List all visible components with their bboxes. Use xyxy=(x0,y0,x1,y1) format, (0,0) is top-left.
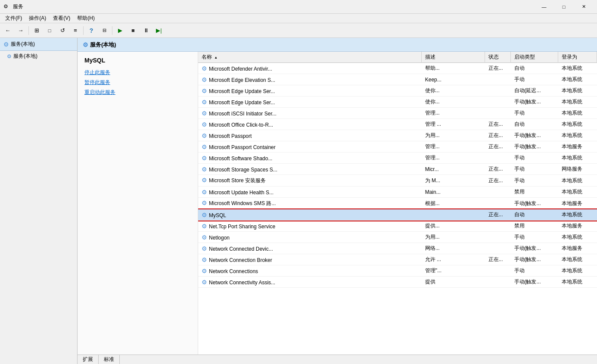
table-row[interactable]: ⚙Microsoft iSCSI Initiator Ser...管理...手动… xyxy=(198,108,597,119)
service-desc-cell: 使你... xyxy=(422,96,485,108)
service-status-cell xyxy=(485,74,511,85)
back-button[interactable]: ← xyxy=(2,25,14,36)
forward-button[interactable]: → xyxy=(15,25,27,36)
service-desc-cell: 为 M... xyxy=(422,175,485,187)
service-status-cell xyxy=(485,152,511,164)
table-row[interactable]: ⚙Microsoft Passport为用...正在...手动(触发...本地系… xyxy=(198,130,597,141)
resume-service-button[interactable]: ▶| xyxy=(153,25,165,36)
close-button[interactable]: ✕ xyxy=(574,0,594,14)
table-row[interactable]: ⚙Microsoft Update Health S...Main...禁用本地… xyxy=(198,187,597,198)
table-row[interactable]: ⚙Netlogon为用...手动本地系统 xyxy=(198,232,597,243)
pause-service-button[interactable]: ⏸ xyxy=(140,25,152,36)
table-row[interactable]: ⚙Network Connection Broker允许 ...正在...手动(… xyxy=(198,254,597,265)
service-login-cell: 本地服务 xyxy=(558,141,597,152)
col-start[interactable]: 启动类型 xyxy=(511,52,558,63)
console-root-button[interactable]: □ xyxy=(44,25,56,36)
table-row[interactable]: ⚙Net.Tcp Port Sharing Service提供...禁用本地服务 xyxy=(198,221,597,232)
tab-standard[interactable]: 标准 xyxy=(99,355,120,364)
service-login-cell: 本地系统 xyxy=(558,63,597,74)
table-row[interactable]: ⚙Microsoft Defender Antivir...帮助...正在...… xyxy=(198,63,597,74)
sidebar-node[interactable]: ⚙ 服务(本地) xyxy=(0,51,77,62)
content-header: ⚙ 服务(本地) xyxy=(78,38,597,52)
service-status-cell xyxy=(485,265,511,277)
restart-service-link[interactable]: 重启动此服务 xyxy=(84,89,191,96)
table-row[interactable]: ⚙Microsoft Passport Container管理...正在...手… xyxy=(198,141,597,152)
table-header-row: 名称 ▲ 描述 状态 启动类型 登录为 xyxy=(198,52,597,63)
service-name-cell: ⚙Microsoft iSCSI Initiator Ser... xyxy=(198,108,422,119)
service-status-cell xyxy=(485,108,511,119)
table-row[interactable]: ⚙Microsoft Edge Elevation S...Keep...手动本… xyxy=(198,74,597,85)
toolbar: ← → ⊞ □ ↺ ≡ ? ⊟ ▶ ■ ⏸ ▶| xyxy=(0,23,597,38)
service-name-cell: ⚙Netlogon xyxy=(198,232,422,243)
service-login-cell: 本地系统 xyxy=(558,85,597,96)
table-row[interactable]: ⚙Network Connections管理"...手动本地系统 xyxy=(198,265,597,277)
service-status-cell xyxy=(485,232,511,243)
service-desc-cell xyxy=(422,209,485,221)
table-row[interactable]: ⚙MySQL正在...自动本地系统 xyxy=(198,209,597,221)
service-desc-cell: 为用... xyxy=(422,232,485,243)
table-row[interactable]: ⚙Microsoft Software Shado...管理...手动本地系统 xyxy=(198,152,597,164)
stop-service-button[interactable]: ■ xyxy=(127,25,139,36)
table-row[interactable]: ⚙Microsoft Storage Spaces S...Micr...正在.… xyxy=(198,164,597,175)
service-start-cell: 手动 xyxy=(511,232,558,243)
app-icon: ⚙ xyxy=(3,3,10,10)
service-start-cell: 手动 xyxy=(511,265,558,277)
content-header-icon: ⚙ xyxy=(83,41,88,48)
service-table: 名称 ▲ 描述 状态 启动类型 登录为 ⚙Microsoft Defender … xyxy=(198,52,597,288)
service-desc-cell: 提供 xyxy=(422,277,485,288)
pause-service-link[interactable]: 暂停此服务 xyxy=(84,79,191,86)
show-scope-button[interactable]: ⊞ xyxy=(31,25,43,36)
menu-view[interactable]: 查看(V) xyxy=(50,14,74,23)
service-login-cell: 本地系统 xyxy=(558,209,597,221)
table-row[interactable]: ⚙Microsoft Edge Update Ser...使你...自动(延迟.… xyxy=(198,85,597,96)
service-name-cell: ⚙Microsoft Storage Spaces S... xyxy=(198,164,422,175)
minimize-button[interactable]: — xyxy=(534,0,554,14)
table-row[interactable]: ⚙Microsoft Edge Update Ser...使你...手动(触发.… xyxy=(198,96,597,108)
service-status-cell: 正在... xyxy=(485,63,511,74)
service-status-cell xyxy=(485,198,511,209)
service-status-cell xyxy=(485,243,511,254)
prop-button[interactable]: ⊟ xyxy=(98,25,110,36)
toolbar-sep-3 xyxy=(112,26,112,35)
service-login-cell: 本地系统 xyxy=(558,277,597,288)
service-desc-cell: 管理 ... xyxy=(422,119,485,130)
col-name[interactable]: 名称 ▲ xyxy=(198,52,422,63)
service-start-cell: 手动 xyxy=(511,175,558,187)
table-row[interactable]: ⚙Microsoft Windows SMS 路...根据...手动(触发...… xyxy=(198,198,597,209)
toolbar-sep-2 xyxy=(83,26,84,35)
stop-service-link[interactable]: 停止此服务 xyxy=(84,69,191,76)
service-status-cell: 正在... xyxy=(485,175,511,187)
tab-expand[interactable]: 扩展 xyxy=(78,355,99,364)
service-desc-cell: 根据... xyxy=(422,198,485,209)
menu-action[interactable]: 操作(A) xyxy=(25,14,50,23)
menu-file[interactable]: 文件(F) xyxy=(2,14,25,23)
col-status[interactable]: 状态 xyxy=(485,52,511,63)
service-desc-cell: 管理... xyxy=(422,141,485,152)
service-start-cell: 手动(触发... xyxy=(511,198,558,209)
service-login-cell: 本地系统 xyxy=(558,96,597,108)
table-row[interactable]: ⚙Microsoft Store 安装服务为 M...正在...手动本地系统 xyxy=(198,175,597,187)
export-button[interactable]: ≡ xyxy=(69,25,81,36)
service-name-cell: ⚙Microsoft Edge Update Ser... xyxy=(198,85,422,96)
service-name-cell: ⚙Network Connected Devic... xyxy=(198,243,422,254)
col-desc[interactable]: 描述 xyxy=(422,52,485,63)
service-name-cell: ⚙Microsoft Windows SMS 路... xyxy=(198,198,422,209)
service-name-cell: ⚙Microsoft Office Click-to-R... xyxy=(198,119,422,130)
service-name-cell: ⚙Microsoft Defender Antivir... xyxy=(198,63,422,74)
service-desc-cell: 允许 ... xyxy=(422,254,485,265)
service-desc-cell: 帮助... xyxy=(422,63,485,74)
menu-help[interactable]: 帮助(H) xyxy=(74,14,98,23)
service-desc-cell: 管理... xyxy=(422,108,485,119)
sidebar-node-text: 服务(本地) xyxy=(13,53,37,60)
refresh-button[interactable]: ↺ xyxy=(56,25,68,36)
service-table-wrapper[interactable]: 名称 ▲ 描述 状态 启动类型 登录为 ⚙Microsoft Defender … xyxy=(198,52,597,355)
service-start-cell: 手动 xyxy=(511,108,558,119)
help-button[interactable]: ? xyxy=(85,25,97,36)
col-login[interactable]: 登录为 xyxy=(558,52,597,63)
table-row[interactable]: ⚙Network Connectivity Assis...提供手动(触发...… xyxy=(198,277,597,288)
service-name-cell: ⚙Network Connection Broker xyxy=(198,254,422,265)
maximize-button[interactable]: □ xyxy=(554,0,574,14)
table-row[interactable]: ⚙Network Connected Devic...网络...手动(触发...… xyxy=(198,243,597,254)
table-row[interactable]: ⚙Microsoft Office Click-to-R...管理 ...正在.… xyxy=(198,119,597,130)
start-service-button[interactable]: ▶ xyxy=(114,25,126,36)
